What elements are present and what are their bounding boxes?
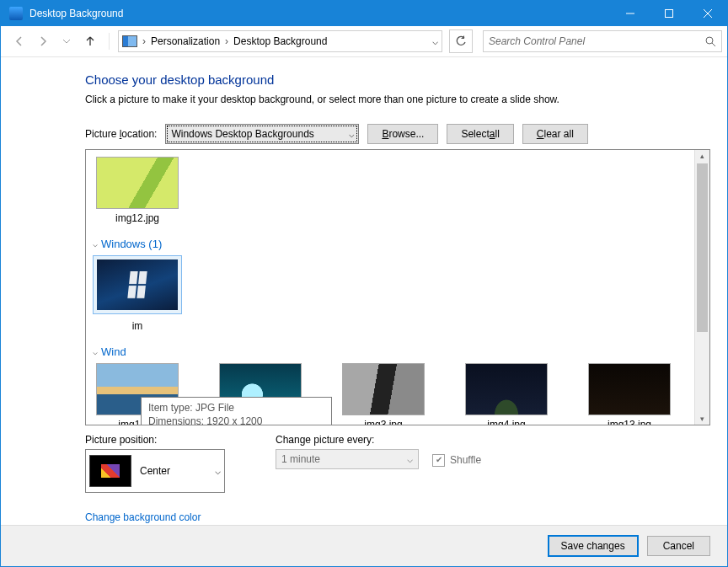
scroll-up-icon[interactable]: ▴ bbox=[695, 152, 709, 160]
group-wind[interactable]: ⌵Wind bbox=[93, 345, 688, 358]
navbar: › Personalization › Desktop Background ⌵… bbox=[1, 26, 727, 57]
search-placeholder: Search Control Panel bbox=[489, 35, 704, 47]
wallpaper-tile[interactable]: img3.jpg bbox=[342, 363, 425, 425]
up-button[interactable] bbox=[80, 31, 100, 51]
clear-all-button[interactable]: Clear all bbox=[522, 124, 588, 144]
personalization-icon bbox=[122, 35, 137, 47]
wallpaper-tile[interactable]: img4.jpg bbox=[465, 363, 548, 425]
wallpaper-gallery: img12.jpg ⌵Windows (1) ✔ im Item type: J… bbox=[85, 149, 710, 425]
save-changes-button[interactable]: Save changes bbox=[548, 535, 639, 557]
group-windows[interactable]: ⌵Windows (1) bbox=[93, 238, 688, 250]
svg-point-4 bbox=[706, 37, 713, 44]
svg-line-5 bbox=[712, 43, 715, 46]
select-all-button[interactable]: Select all bbox=[447, 124, 513, 144]
page-title: Choose your desktop background bbox=[85, 72, 710, 87]
wallpaper-tile[interactable]: img13.jpg bbox=[588, 363, 671, 425]
scrollbar-thumb[interactable] bbox=[697, 163, 708, 332]
page-subtext: Click a picture to make it your desktop … bbox=[85, 94, 710, 105]
picture-position-label: Picture position: bbox=[85, 434, 225, 446]
footer: Save changes Cancel bbox=[1, 525, 727, 566]
minimize-button[interactable] bbox=[611, 1, 650, 26]
change-bg-color-link[interactable]: Change background color bbox=[85, 511, 201, 523]
cancel-button[interactable]: Cancel bbox=[647, 536, 710, 556]
titlebar: Desktop Background bbox=[1, 1, 727, 26]
change-every-label: Change picture every: bbox=[276, 434, 481, 446]
breadcrumb-personalization[interactable]: Personalization bbox=[151, 35, 220, 47]
scrollbar[interactable]: ▴ ▾ bbox=[694, 150, 709, 425]
back-button[interactable] bbox=[9, 31, 29, 51]
window-title: Desktop Background bbox=[29, 8, 611, 19]
scroll-down-icon[interactable]: ▾ bbox=[695, 415, 709, 423]
chevron-down-icon: ⌵ bbox=[93, 239, 98, 249]
browse-button[interactable]: Browse... bbox=[367, 124, 438, 144]
forward-button[interactable] bbox=[33, 31, 53, 51]
chevron-down-icon: ⌵ bbox=[93, 347, 98, 356]
shuffle-checkbox: ✔Shuffle bbox=[432, 454, 481, 467]
search-icon bbox=[704, 35, 716, 47]
position-preview-icon bbox=[89, 455, 131, 487]
recent-dropdown[interactable] bbox=[56, 31, 77, 51]
picture-location-label: Picture location: bbox=[85, 128, 157, 140]
change-every-combo: 1 minute bbox=[276, 449, 419, 469]
breadcrumb-sep: › bbox=[142, 35, 146, 47]
refresh-button[interactable] bbox=[449, 29, 473, 53]
address-dropdown-icon[interactable]: ⌵ bbox=[432, 35, 438, 47]
app-icon bbox=[9, 7, 23, 20]
picture-position-combo[interactable]: Center bbox=[85, 449, 225, 493]
search-input[interactable]: Search Control Panel bbox=[483, 30, 722, 52]
svg-rect-1 bbox=[666, 10, 673, 18]
wallpaper-tile[interactable]: img12.jpg bbox=[96, 157, 179, 224]
tooltip: Item type: JPG File Dimensions: 1920 x 1… bbox=[141, 397, 332, 425]
address-bar[interactable]: › Personalization › Desktop Background ⌵ bbox=[118, 30, 442, 52]
close-button[interactable] bbox=[688, 1, 727, 26]
picture-location-combo[interactable]: Windows Desktop Backgrounds bbox=[165, 124, 359, 144]
maximize-button[interactable] bbox=[650, 1, 688, 26]
wallpaper-tile-selected[interactable]: ✔ bbox=[93, 255, 182, 314]
breadcrumb-desktop-background[interactable]: Desktop Background bbox=[233, 35, 327, 47]
